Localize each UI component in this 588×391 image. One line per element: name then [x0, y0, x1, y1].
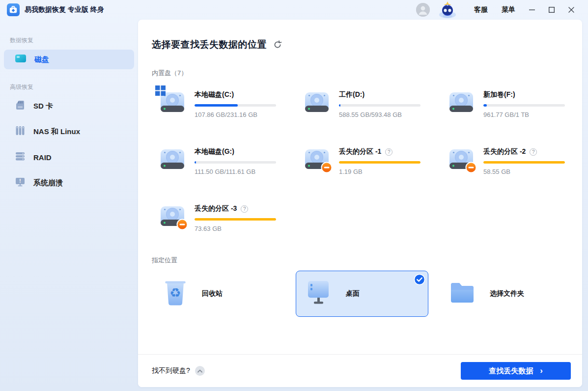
- user-avatar[interactable]: [416, 3, 430, 17]
- sidebar-item-label: NAS 和 Linux: [33, 127, 80, 137]
- drive-size: 588.55 GB/593.48 GB: [339, 111, 420, 118]
- refresh-icon[interactable]: [273, 40, 282, 50]
- drive-name: 丢失的分区 -2: [483, 147, 526, 156]
- drive-size: 1.19 GB: [339, 168, 420, 175]
- sidebar-item-system-crash[interactable]: ! 系统崩溃: [4, 173, 134, 193]
- desktop-icon: [305, 279, 333, 309]
- drive-name: 本地磁盘(C:): [195, 90, 234, 99]
- sidebar-item-disk[interactable]: 磁盘: [4, 50, 134, 69]
- drive-size: 73.63 GB: [195, 225, 276, 232]
- location-card-desktop[interactable]: 桌面: [296, 271, 428, 317]
- section-label-data-recovery: 数据恢复: [10, 36, 138, 45]
- help-icon[interactable]: ?: [385, 148, 392, 156]
- help-icon[interactable]: ?: [241, 205, 248, 213]
- location-card-recycle-bin[interactable]: ♻ 回收站: [153, 271, 285, 317]
- drive-name: 丢失的分区 -3: [195, 204, 237, 213]
- page-title: 选择要查找丢失数据的位置: [152, 38, 267, 51]
- app-title: 易我数据恢复 专业版 终身: [25, 5, 104, 14]
- specified-location-label: 指定位置: [152, 256, 570, 265]
- capacity-bar: [195, 218, 276, 221]
- drive-name: 丢失的分区 -1: [339, 147, 381, 156]
- help-icon[interactable]: ?: [530, 148, 537, 156]
- drive-name: 工作(D:): [339, 90, 364, 99]
- windows-badge-icon: [155, 85, 166, 96]
- drive-card-lost-1[interactable]: 丢失的分区 -1 ? 1.19 GB: [303, 146, 435, 175]
- customer-service-link[interactable]: 客服: [467, 2, 495, 17]
- arrow-right-icon: ›: [540, 366, 543, 375]
- assistant-robot-icon[interactable]: [437, 1, 458, 19]
- menu-link[interactable]: 菜单: [495, 2, 522, 17]
- location-card-choose-folder[interactable]: 选择文件夹: [439, 271, 571, 317]
- location-label: 回收站: [202, 289, 223, 298]
- search-lost-data-button[interactable]: 查找丢失数据 ›: [461, 362, 571, 380]
- lost-partition-badge-icon: [465, 162, 477, 173]
- system-crash-icon: !: [15, 176, 26, 189]
- capacity-bar: [195, 104, 276, 107]
- sidebar-item-label: RAID: [33, 153, 52, 162]
- hard-drive-icon: [158, 146, 187, 172]
- folder-icon: [448, 280, 476, 307]
- sidebar-item-sd-card[interactable]: SD 卡: [4, 96, 134, 116]
- sidebar-item-label: 系统崩溃: [33, 178, 63, 188]
- section-label-advanced-recovery: 高级恢复: [10, 83, 138, 91]
- drive-card-lost-3[interactable]: 丢失的分区 -3 ? 73.63 GB: [158, 203, 291, 232]
- raid-icon: [15, 151, 26, 164]
- lost-partition-badge-icon: [176, 219, 188, 230]
- location-label: 选择文件夹: [490, 289, 524, 298]
- capacity-bar: [195, 161, 276, 164]
- sd-card-icon: [15, 100, 26, 112]
- sidebar-item-raid[interactable]: RAID: [4, 147, 134, 167]
- sidebar-item-label: SD 卡: [33, 102, 53, 111]
- cant-find-disk-hint: 找不到硬盘?: [152, 366, 190, 375]
- drive-size: 107.86 GB/231.16 GB: [195, 111, 276, 118]
- search-lost-data-label: 查找丢失数据: [489, 366, 533, 376]
- recycle-bin-icon: ♻: [162, 279, 189, 309]
- nas-icon: [15, 125, 26, 138]
- drive-size: 58.55 GB: [483, 168, 565, 175]
- close-button[interactable]: [561, 2, 581, 17]
- maximize-button[interactable]: [542, 2, 561, 17]
- drive-card-g[interactable]: 本地磁盘(G:) 111.50 GB/111.61 GB: [158, 146, 291, 175]
- internal-drives-label: 内置盘（7）: [152, 69, 570, 78]
- svg-text:♻: ♻: [169, 285, 181, 300]
- internal-drives-grid: 本地磁盘(C:) 107.86 GB/231.16 GB 工作(D:) 588.…: [158, 89, 570, 232]
- drive-card-f[interactable]: 新加卷(F:) 961.77 GB/1 TB: [447, 89, 580, 118]
- main-panel: 选择要查找丢失数据的位置 内置盘（7） 本地磁盘(C:) 107.86 GB/2…: [138, 20, 582, 387]
- capacity-bar: [339, 104, 420, 107]
- sidebar-item-label: 磁盘: [34, 55, 49, 64]
- svg-text:!: !: [19, 178, 21, 184]
- drive-name: 新加卷(F:): [483, 90, 515, 99]
- specified-location-grid: ♻ 回收站 桌面: [153, 271, 570, 317]
- drive-card-lost-2[interactable]: 丢失的分区 -2 ? 58.55 GB: [447, 146, 580, 175]
- lost-partition-badge-icon: [321, 162, 333, 173]
- hard-drive-icon: [303, 89, 331, 115]
- sidebar-item-nas-linux[interactable]: NAS 和 Linux: [4, 122, 134, 141]
- drive-size: 961.77 GB/1 TB: [483, 111, 565, 118]
- disk-icon: [15, 54, 27, 65]
- check-badge-icon: [414, 274, 425, 285]
- drive-card-d[interactable]: 工作(D:) 588.55 GB/593.48 GB: [303, 89, 435, 118]
- chevron-up-icon[interactable]: [195, 366, 205, 376]
- drive-name: 本地磁盘(G:): [195, 147, 234, 156]
- sidebar: 数据恢复 磁盘 高级恢复 SD 卡: [0, 20, 138, 391]
- minimize-button[interactable]: [522, 2, 542, 17]
- capacity-bar: [483, 161, 565, 164]
- capacity-bar: [483, 104, 565, 107]
- drive-card-c[interactable]: 本地磁盘(C:) 107.86 GB/231.16 GB: [158, 89, 291, 118]
- titlebar: 易我数据恢复 专业版 终身 客服 菜单: [0, 0, 588, 20]
- hard-drive-icon: [447, 89, 476, 115]
- footer-bar: 找不到硬盘? 查找丢失数据 ›: [138, 354, 582, 387]
- capacity-bar: [339, 161, 420, 164]
- drive-size: 111.50 GB/111.61 GB: [195, 168, 276, 175]
- location-label: 桌面: [346, 289, 360, 298]
- app-logo-icon: [7, 3, 20, 16]
